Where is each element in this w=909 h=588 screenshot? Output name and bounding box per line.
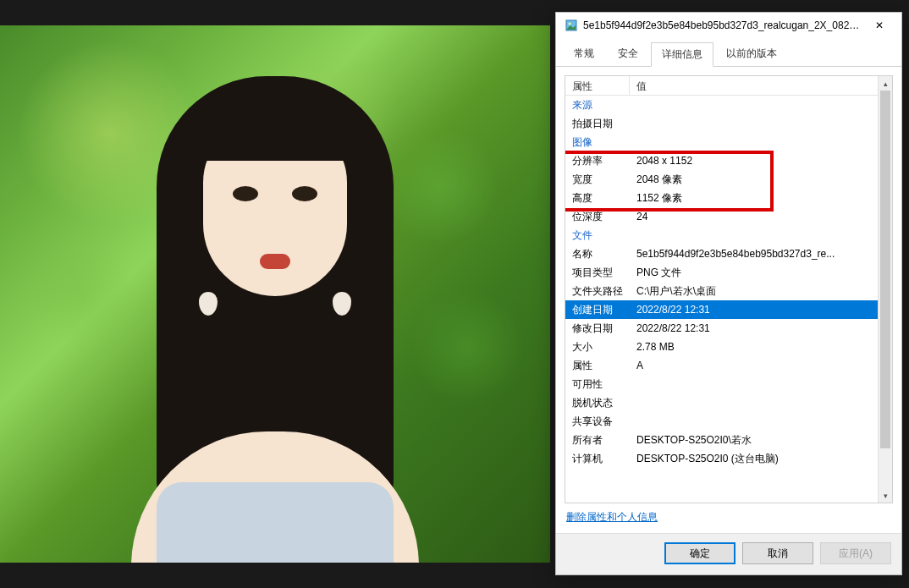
row-computer[interactable]: 计算机DESKTOP-S25O2I0 (这台电脑) (565, 449, 878, 468)
tab-security[interactable]: 安全 (607, 41, 649, 66)
row-size[interactable]: 大小2.78 MB (565, 338, 878, 356)
row-width[interactable]: 宽度2048 像素 (565, 170, 878, 189)
section-image: 图像 (565, 133, 878, 151)
row-shared-device[interactable]: 共享设备 (565, 412, 878, 431)
section-source: 来源 (565, 96, 878, 114)
window-title: 5e1b5f944d9f2e3b5e84beb95bd327d3_realcug… (583, 19, 861, 31)
row-item-type[interactable]: 项目类型PNG 文件 (565, 263, 878, 282)
close-icon: ✕ (875, 19, 884, 31)
scroll-track[interactable] (879, 91, 892, 488)
cancel-button[interactable]: 取消 (742, 542, 813, 564)
ok-button[interactable]: 确定 (664, 542, 735, 564)
vertical-scrollbar[interactable]: ▴ ▾ (878, 76, 892, 503)
column-property[interactable]: 属性 (565, 76, 630, 95)
tab-previous-versions[interactable]: 以前的版本 (715, 41, 788, 66)
row-height[interactable]: 高度1152 像素 (565, 189, 878, 207)
row-shot-date[interactable]: 拍摄日期 (565, 114, 878, 133)
row-offline-status[interactable]: 脱机状态 (565, 393, 878, 412)
tab-general[interactable]: 常规 (563, 41, 605, 66)
svg-point-1 (569, 23, 571, 25)
row-availability[interactable]: 可用性 (565, 375, 878, 393)
tab-row: 常规 安全 详细信息 以前的版本 (556, 38, 901, 67)
row-folder-path[interactable]: 文件夹路径C:\用户\若水\桌面 (565, 282, 878, 300)
scroll-up-icon[interactable]: ▴ (879, 76, 893, 91)
properties-dialog: 5e1b5f944d9f2e3b5e84beb95bd327d3_realcug… (555, 12, 902, 575)
portrait-figure (157, 76, 394, 563)
apply-button[interactable]: 应用(A) (820, 542, 891, 564)
row-owner[interactable]: 所有者DESKTOP-S25O2I0\若水 (565, 431, 878, 449)
tab-details[interactable]: 详细信息 (651, 42, 713, 67)
close-button[interactable]: ✕ (861, 13, 898, 38)
dialog-button-row: 确定 取消 应用(A) (556, 533, 901, 574)
viewer-photo (0, 25, 550, 563)
section-file: 文件 (565, 226, 878, 245)
row-attributes[interactable]: 属性A (565, 356, 878, 375)
titlebar[interactable]: 5e1b5f944d9f2e3b5e84beb95bd327d3_realcug… (556, 13, 901, 38)
row-name[interactable]: 名称5e1b5f944d9f2e3b5e84beb95bd327d3_re... (565, 245, 878, 263)
row-bitdepth[interactable]: 位深度24 (565, 207, 878, 226)
image-file-icon (565, 19, 578, 32)
details-list: 属性 值 来源 拍摄日期 图像 分辨率2048 x 1152 宽度2048 像素 (565, 75, 893, 503)
row-created[interactable]: 创建日期2022/8/22 12:31 (565, 300, 878, 319)
list-header: 属性 值 (565, 76, 878, 96)
column-value[interactable]: 值 (630, 76, 878, 95)
row-resolution[interactable]: 分辨率2048 x 1152 (565, 151, 878, 170)
row-modified[interactable]: 修改日期2022/8/22 12:31 (565, 319, 878, 338)
remove-properties-link[interactable]: 删除属性和个人信息 (566, 511, 658, 523)
scroll-down-icon[interactable]: ▾ (879, 488, 893, 503)
scroll-thumb[interactable] (880, 91, 890, 448)
